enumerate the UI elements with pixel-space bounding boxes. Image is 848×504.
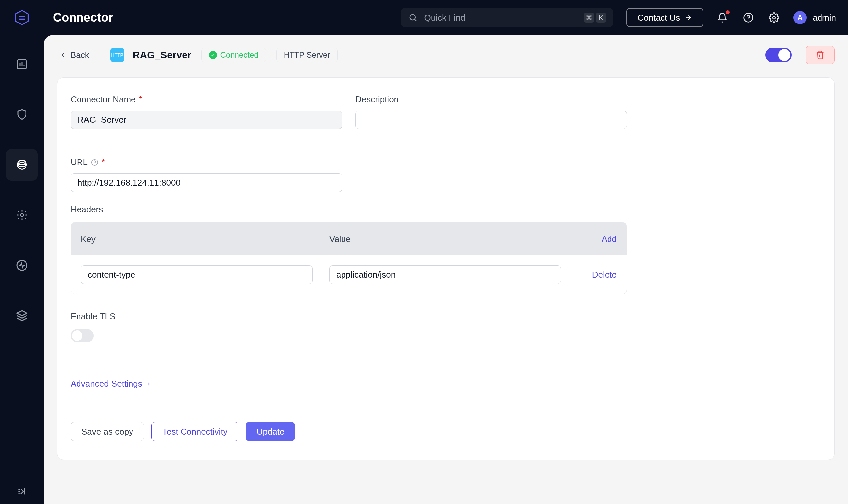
headers-value-column-label: Value [329,234,602,244]
quick-find-search[interactable]: ⌘ K [401,8,613,27]
gear-icon [769,12,779,23]
advanced-settings-link[interactable]: Advanced Settings [71,379,152,389]
avatar: A [793,11,807,24]
app-logo [12,7,32,28]
headers-table: Key Value Add Delete [71,222,627,294]
kbd-key: K [596,13,606,22]
sidebar-item-config[interactable] [6,199,38,231]
headers-key-column-label: Key [81,234,329,244]
svg-point-0 [410,15,415,20]
enable-tls-toggle[interactable] [71,329,94,342]
back-label: Back [70,50,89,60]
svg-point-13 [20,214,23,217]
connector-name-label-text: Connector Name [71,94,136,105]
sidebar-item-security[interactable] [6,98,38,130]
help-button[interactable] [742,11,755,24]
contact-us-label: Contact Us [638,13,680,23]
bar-chart-icon [16,58,28,70]
bell-icon [717,12,728,23]
search-icon [409,13,418,22]
update-button[interactable]: Update [246,422,295,441]
connector-type-icon: HTTP [110,48,124,62]
content-area: Back HTTP RAG_Server Connected HTTP Serv… [44,35,848,504]
trash-icon [815,50,825,59]
page-title: Connector [53,11,113,24]
description-input[interactable] [356,110,627,129]
entity-title: RAG_Server [133,49,191,60]
arrow-right-icon [685,14,692,21]
notification-dot [726,10,730,14]
sidebar-item-monitoring[interactable] [6,250,38,281]
connector-name-label: Connector Name * [71,94,342,105]
collapse-icon [17,486,27,497]
headers-table-row: Delete [71,255,627,294]
sidebar-item-layers[interactable] [6,300,38,331]
toggle-knob [778,49,790,61]
status-label: Connected [220,50,259,59]
header-value-input[interactable] [329,265,561,284]
sidebar-collapse-button[interactable] [0,486,44,497]
page-header-row: Back HTTP RAG_Server Connected HTTP Serv… [57,46,835,64]
divider [71,143,627,143]
add-header-button[interactable]: Add [602,234,617,244]
url-label: URL * [71,157,342,167]
check-circle-icon [209,51,217,59]
shield-icon [16,109,28,121]
delete-button[interactable] [806,46,835,64]
test-connectivity-button[interactable]: Test Connectivity [151,422,239,441]
activity-icon [16,259,28,271]
connector-name-input[interactable] [71,110,342,129]
contact-us-button[interactable]: Contact Us [626,8,704,27]
chevron-left-icon [59,51,66,58]
stack-icon [16,159,28,171]
required-marker: * [102,157,105,167]
svg-point-5 [773,16,776,19]
header-key-input[interactable] [81,265,313,284]
quick-find-input[interactable] [424,12,578,23]
chevron-right-icon [146,381,152,387]
settings-button[interactable] [767,11,781,24]
svg-line-1 [415,19,416,21]
required-marker: * [139,94,142,105]
url-label-text: URL [71,157,88,167]
delete-header-button[interactable]: Delete [592,270,617,280]
back-button[interactable]: Back [57,49,91,61]
top-bar: Connector ⌘ K Contact Us [0,0,848,35]
cog-icon [16,209,28,221]
advanced-settings-label: Advanced Settings [71,379,142,389]
notifications-button[interactable] [716,11,729,24]
connector-form-card: Connector Name * Description URL [57,77,835,460]
save-as-copy-button[interactable]: Save as copy [71,422,144,441]
toggle-knob [72,330,83,341]
form-footer-actions: Save as copy Test Connectivity Update [71,422,821,441]
description-label: Description [356,94,627,105]
keyboard-shortcut: ⌘ K [584,13,606,22]
hexagon-logo-icon [13,9,31,26]
headers-table-head: Key Value Add [71,222,627,255]
kbd-cmd: ⌘ [584,13,594,22]
username-label: admin [813,13,836,23]
help-circle-icon[interactable] [91,159,98,166]
layers-icon [16,310,28,322]
status-badge: Connected [202,48,266,62]
sidebar [0,35,44,504]
enable-tls-label: Enable TLS [71,311,821,322]
type-badge: HTTP Server [276,48,338,62]
url-input[interactable] [71,174,342,192]
svg-marker-15 [17,311,27,316]
enable-connector-toggle[interactable] [765,48,792,62]
help-circle-icon [743,12,754,23]
sidebar-item-connectors[interactable] [6,149,38,181]
separator [101,50,101,59]
user-menu[interactable]: A admin [793,11,836,24]
headers-section-label: Headers [71,204,821,215]
sidebar-item-dashboard[interactable] [6,48,38,80]
